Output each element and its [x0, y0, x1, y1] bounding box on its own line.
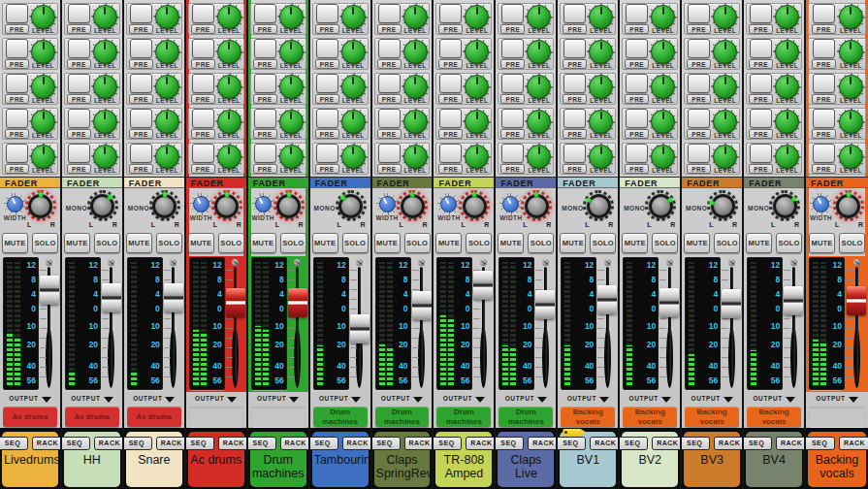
channel-name-block[interactable]: SEQ RACK Ac drums	[188, 432, 244, 487]
rack-button[interactable]: RACK	[404, 437, 434, 450]
rack-button[interactable]: RACK	[280, 437, 310, 450]
mute-button[interactable]: MUTE	[622, 233, 648, 253]
pre-button[interactable]: PRE	[315, 129, 339, 139]
pre-button[interactable]: PRE	[563, 24, 587, 34]
aux-send-number-button[interactable]	[813, 39, 835, 58]
pre-button[interactable]: PRE	[129, 59, 153, 69]
pan-knob[interactable]	[583, 190, 614, 221]
channel-name-block[interactable]: SEQ RACK BV1	[560, 432, 616, 487]
channel-name-block[interactable]: SEQ RACK HH	[64, 432, 120, 487]
pre-button[interactable]: PRE	[315, 24, 339, 34]
solo-button[interactable]: SOLO	[94, 233, 120, 253]
fader-track[interactable]	[544, 267, 547, 381]
aux-send-number-button[interactable]	[68, 74, 90, 93]
pre-button[interactable]: PRE	[812, 164, 836, 174]
pan-knob[interactable]	[521, 190, 552, 221]
pan-knob[interactable]	[707, 190, 738, 221]
solo-button[interactable]: SOLO	[466, 233, 492, 253]
pre-button[interactable]: PRE	[5, 164, 29, 174]
aux-send-number-button[interactable]	[254, 109, 276, 128]
aux-send-number-button[interactable]	[130, 74, 152, 93]
fader-track[interactable]	[296, 267, 299, 381]
aux-send-number-button[interactable]	[563, 109, 586, 128]
pre-button[interactable]: PRE	[438, 129, 463, 139]
aux-send-number-button[interactable]	[563, 39, 586, 58]
pre-button[interactable]: PRE	[377, 94, 402, 104]
pre-button[interactable]: PRE	[749, 164, 773, 174]
aux-send-number-button[interactable]	[68, 4, 90, 23]
fader-track[interactable]	[668, 267, 671, 381]
pre-button[interactable]: PRE	[749, 24, 773, 34]
pan-knob[interactable]	[273, 190, 305, 221]
pre-button[interactable]: PRE	[5, 59, 29, 69]
pan-knob[interactable]	[459, 190, 490, 221]
rack-button[interactable]: RACK	[839, 437, 868, 450]
aux-send-number-button[interactable]	[192, 4, 214, 23]
aux-send-number-button[interactable]	[439, 39, 462, 58]
solo-button[interactable]: SOLO	[652, 233, 678, 253]
seq-button[interactable]: SEQ	[558, 437, 586, 450]
mute-button[interactable]: MUTE	[2, 233, 28, 253]
pre-button[interactable]: PRE	[129, 94, 153, 104]
pre-button[interactable]: PRE	[563, 59, 587, 69]
output-selector[interactable]: OUTPUT	[620, 394, 680, 405]
aux-send-number-button[interactable]	[439, 4, 462, 23]
pre-button[interactable]: PRE	[377, 59, 402, 69]
pre-button[interactable]: PRE	[500, 94, 525, 104]
aux-send-number-button[interactable]	[563, 144, 586, 163]
rack-button[interactable]: RACK	[32, 437, 62, 450]
fader-handle[interactable]	[40, 276, 59, 305]
pre-button[interactable]: PRE	[625, 24, 649, 34]
pre-button[interactable]: PRE	[67, 59, 91, 69]
aux-send-number-button[interactable]	[254, 144, 276, 163]
pre-button[interactable]: PRE	[67, 164, 91, 174]
fader-track[interactable]	[855, 267, 858, 381]
aux-send-number-button[interactable]	[192, 109, 214, 128]
aux-send-number-button[interactable]	[626, 4, 648, 23]
aux-send-number-button[interactable]	[130, 109, 152, 128]
pre-button[interactable]: PRE	[438, 59, 463, 69]
width-knob[interactable]	[190, 193, 212, 215]
aux-send-number-button[interactable]	[6, 4, 28, 23]
width-knob[interactable]	[437, 193, 460, 215]
mute-button[interactable]: MUTE	[435, 233, 462, 253]
fader-handle[interactable]	[226, 288, 245, 317]
aux-send-number-button[interactable]	[750, 74, 772, 93]
aux-send-number-button[interactable]	[813, 109, 835, 128]
aux-send-number-button[interactable]	[6, 39, 28, 58]
pre-button[interactable]: PRE	[253, 24, 277, 34]
pre-button[interactable]: PRE	[812, 24, 836, 34]
aux-send-number-button[interactable]	[130, 4, 152, 23]
fader-track[interactable]	[730, 267, 733, 381]
fader-handle[interactable]	[847, 286, 866, 315]
fader-handle[interactable]	[722, 289, 741, 318]
seq-button[interactable]: SEQ	[310, 437, 338, 450]
rack-button[interactable]: RACK	[156, 437, 186, 450]
pre-button[interactable]: PRE	[438, 94, 463, 104]
fader-handle[interactable]	[288, 288, 307, 317]
aux-send-number-button[interactable]	[6, 109, 28, 128]
pre-button[interactable]: PRE	[191, 94, 215, 104]
aux-send-number-button[interactable]	[750, 4, 772, 23]
width-knob[interactable]	[252, 193, 274, 215]
seq-button[interactable]: SEQ	[248, 437, 276, 450]
output-selector[interactable]: OUTPUT	[558, 394, 618, 405]
channel-name-block[interactable]: SEQ RACK Drum machines	[250, 432, 306, 487]
pre-button[interactable]: PRE	[563, 94, 587, 104]
aux-send-number-button[interactable]	[688, 4, 710, 23]
aux-send-number-button[interactable]	[192, 74, 214, 93]
pre-button[interactable]: PRE	[315, 164, 339, 174]
pre-button[interactable]: PRE	[377, 129, 402, 139]
aux-send-number-button[interactable]	[316, 4, 338, 23]
seq-button[interactable]: SEQ	[682, 437, 710, 450]
channel-name-block[interactable]: SEQ RACK Snare	[126, 432, 182, 487]
aux-send-number-button[interactable]	[439, 109, 462, 128]
pre-button[interactable]: PRE	[253, 94, 277, 104]
pre-button[interactable]: PRE	[129, 129, 153, 139]
fader-handle[interactable]	[597, 285, 617, 314]
aux-send-number-button[interactable]	[378, 4, 401, 23]
pre-button[interactable]: PRE	[687, 59, 711, 69]
rack-button[interactable]: RACK	[776, 437, 806, 450]
pre-button[interactable]: PRE	[438, 24, 463, 34]
fader-track[interactable]	[234, 267, 237, 381]
